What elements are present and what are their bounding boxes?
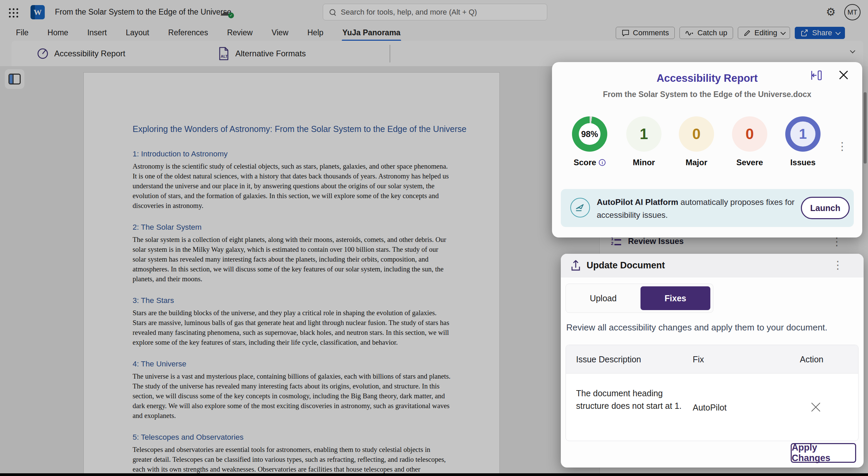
update-document-title: Update Document: [587, 260, 665, 271]
upload-fixes-tabs: Upload Fixes: [566, 284, 713, 313]
autopilot-text: AutoPilot AI Platform automatically prop…: [597, 196, 804, 222]
metric-major: 0 Major: [669, 116, 724, 167]
col-issue-description: Issue Description: [576, 355, 641, 364]
score-value: 98%: [579, 123, 600, 145]
kebab-menu-icon[interactable]: ⋮: [832, 260, 843, 270]
remove-fix-button[interactable]: [811, 402, 821, 414]
issues-label: Issues: [790, 158, 816, 167]
tab-upload[interactable]: Upload: [566, 284, 640, 312]
metric-minor: 1 Minor: [617, 116, 671, 167]
metric-issues: 1 Issues: [776, 116, 830, 167]
update-document-header: Update Document ⋮: [561, 254, 864, 278]
accessibility-report-panel: Accessibility Report From the Solar Syst…: [552, 62, 862, 237]
issues-count: 1: [785, 116, 821, 152]
fixes-table: Issue Description Fix Action The documen…: [566, 345, 859, 441]
update-document-panel: Update Document ⋮ Upload Fixes Review al…: [561, 254, 864, 468]
score-label: Score: [574, 158, 596, 167]
col-fix: Fix: [693, 355, 704, 364]
panel-title: Accessibility Report: [552, 72, 862, 84]
review-instruction-text: Review all accessibility changes and app…: [566, 322, 827, 333]
minor-count: 1: [626, 116, 662, 152]
apply-changes-button[interactable]: Apply Changes: [791, 443, 856, 463]
word-online-app: W From the Solar System to the Edge of t…: [0, 0, 868, 476]
severe-count: 0: [732, 116, 767, 152]
upload-icon: [570, 259, 581, 271]
x-icon: [811, 402, 821, 412]
major-label: Major: [686, 158, 707, 167]
autopilot-bold-text: AutoPilot AI Platform: [597, 197, 678, 207]
table-row: The document heading structure does not …: [566, 374, 858, 441]
minor-label: Minor: [633, 158, 655, 167]
score-ring: 98%: [572, 116, 607, 152]
issue-description-cell: The document heading structure does not …: [576, 387, 691, 412]
tab-fixes[interactable]: Fixes: [640, 286, 710, 310]
major-count: 0: [679, 116, 714, 152]
panel-subtitle: From the Solar System to the Edge of the…: [552, 90, 862, 99]
info-icon[interactable]: i: [599, 159, 606, 166]
bottom-edge-strip: [0, 473, 868, 476]
severe-label: Severe: [736, 158, 763, 167]
table-header-row: Issue Description Fix Action: [566, 345, 858, 374]
autopilot-plane-icon: [570, 198, 590, 217]
col-action: Action: [800, 355, 823, 364]
metric-severe: 0 Severe: [723, 116, 777, 167]
autopilot-banner: AutoPilot AI Platform automatically prop…: [561, 189, 854, 227]
fix-cell: AutoPilot: [693, 403, 727, 413]
metric-score: 98% Score i: [563, 116, 617, 167]
metrics-kebab-menu-icon[interactable]: ⋮: [837, 141, 848, 152]
launch-button[interactable]: Launch: [801, 197, 850, 219]
